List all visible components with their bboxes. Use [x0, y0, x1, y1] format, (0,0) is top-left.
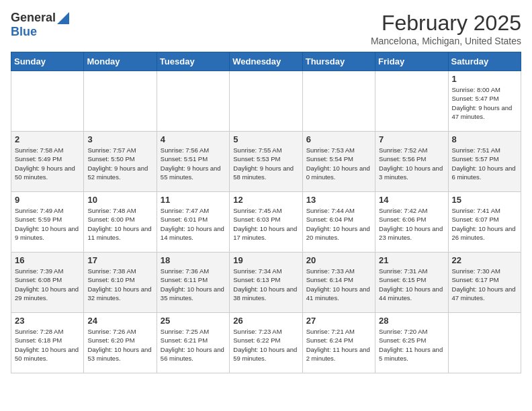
calendar-header-row: SundayMondayTuesdayWednesdayThursdayFrid…: [11, 52, 521, 71]
calendar-cell: [302, 71, 375, 132]
day-number: 19: [233, 255, 298, 265]
calendar-cell: 28Sunrise: 7:20 AMSunset: 6:25 PMDayligh…: [375, 313, 448, 373]
calendar-header-wednesday: Wednesday: [230, 52, 302, 71]
day-info: Sunrise: 7:49 AMSunset: 5:59 PMDaylight:…: [15, 206, 80, 242]
calendar-cell: 23Sunrise: 7:28 AMSunset: 6:18 PMDayligh…: [11, 313, 84, 373]
calendar-cell: 14Sunrise: 7:42 AMSunset: 6:06 PMDayligh…: [375, 192, 448, 253]
calendar-cell: 1Sunrise: 8:00 AMSunset: 5:47 PMDaylight…: [448, 71, 521, 132]
day-info: Sunrise: 7:41 AMSunset: 6:07 PMDaylight:…: [452, 206, 517, 242]
calendar-cell: 13Sunrise: 7:44 AMSunset: 6:04 PMDayligh…: [302, 192, 375, 253]
calendar-cell: [11, 71, 84, 132]
logo-blue: Blue: [11, 25, 37, 38]
month-title: February 2025: [371, 11, 521, 36]
calendar-cell: 26Sunrise: 7:23 AMSunset: 6:22 PMDayligh…: [230, 313, 302, 373]
day-info: Sunrise: 7:44 AMSunset: 6:04 PMDaylight:…: [306, 206, 371, 242]
calendar-cell: 4Sunrise: 7:56 AMSunset: 5:51 PMDaylight…: [157, 132, 229, 192]
calendar-week-row: 1Sunrise: 8:00 AMSunset: 5:47 PMDaylight…: [11, 71, 521, 132]
calendar-header-saturday: Saturday: [448, 52, 521, 71]
day-number: 28: [379, 316, 444, 326]
day-number: 18: [161, 255, 226, 265]
day-number: 5: [233, 134, 298, 144]
calendar-cell: 10Sunrise: 7:48 AMSunset: 6:00 PMDayligh…: [84, 192, 157, 253]
calendar-cell: 11Sunrise: 7:47 AMSunset: 6:01 PMDayligh…: [157, 192, 229, 253]
calendar-cell: 24Sunrise: 7:26 AMSunset: 6:20 PMDayligh…: [84, 313, 157, 373]
day-number: 24: [87, 316, 152, 326]
calendar-cell: [230, 71, 302, 132]
day-number: 8: [452, 134, 517, 144]
page-header: General Blue February 2025 Mancelona, Mi…: [11, 11, 521, 46]
day-info: Sunrise: 8:00 AMSunset: 5:47 PMDaylight:…: [452, 85, 517, 121]
calendar-cell: [84, 71, 157, 132]
day-number: 26: [233, 316, 298, 326]
day-number: 22: [452, 255, 517, 265]
day-info: Sunrise: 7:57 AMSunset: 5:50 PMDaylight:…: [87, 146, 152, 181]
calendar-cell: 20Sunrise: 7:33 AMSunset: 6:14 PMDayligh…: [302, 253, 375, 313]
day-info: Sunrise: 7:56 AMSunset: 5:51 PMDaylight:…: [161, 146, 226, 181]
calendar-header-monday: Monday: [84, 52, 157, 71]
calendar-header-thursday: Thursday: [302, 52, 375, 71]
calendar-week-row: 23Sunrise: 7:28 AMSunset: 6:18 PMDayligh…: [11, 313, 521, 373]
day-info: Sunrise: 7:58 AMSunset: 5:49 PMDaylight:…: [15, 146, 80, 181]
calendar-header-sunday: Sunday: [11, 52, 84, 71]
day-number: 27: [306, 316, 371, 326]
calendar-cell: [157, 71, 229, 132]
day-number: 23: [15, 316, 80, 326]
calendar-cell: 2Sunrise: 7:58 AMSunset: 5:49 PMDaylight…: [11, 132, 84, 192]
day-number: 4: [161, 134, 226, 144]
calendar-cell: 17Sunrise: 7:38 AMSunset: 6:10 PMDayligh…: [84, 253, 157, 313]
day-info: Sunrise: 7:28 AMSunset: 6:18 PMDaylight:…: [15, 327, 80, 363]
day-info: Sunrise: 7:47 AMSunset: 6:01 PMDaylight:…: [161, 206, 226, 242]
calendar-week-row: 16Sunrise: 7:39 AMSunset: 6:08 PMDayligh…: [11, 253, 521, 313]
day-number: 2: [15, 134, 80, 144]
day-number: 16: [15, 255, 80, 265]
calendar-week-row: 2Sunrise: 7:58 AMSunset: 5:49 PMDaylight…: [11, 132, 521, 192]
svg-marker-0: [57, 12, 69, 24]
calendar-cell: 16Sunrise: 7:39 AMSunset: 6:08 PMDayligh…: [11, 253, 84, 313]
day-number: 6: [306, 134, 371, 144]
calendar-cell: 25Sunrise: 7:25 AMSunset: 6:21 PMDayligh…: [157, 313, 229, 373]
day-number: 12: [233, 195, 298, 205]
day-number: 1: [452, 74, 517, 84]
day-number: 25: [161, 316, 226, 326]
day-number: 21: [379, 255, 444, 265]
day-number: 10: [87, 195, 152, 205]
day-number: 14: [379, 195, 444, 205]
day-info: Sunrise: 7:36 AMSunset: 6:11 PMDaylight:…: [161, 267, 226, 302]
day-info: Sunrise: 7:34 AMSunset: 6:13 PMDaylight:…: [233, 267, 298, 302]
day-info: Sunrise: 7:25 AMSunset: 6:21 PMDaylight:…: [161, 327, 226, 363]
calendar-cell: [448, 313, 521, 373]
day-info: Sunrise: 7:52 AMSunset: 5:56 PMDaylight:…: [379, 146, 444, 181]
calendar-cell: 6Sunrise: 7:53 AMSunset: 5:54 PMDaylight…: [302, 132, 375, 192]
day-number: 17: [87, 255, 152, 265]
calendar-cell: 18Sunrise: 7:36 AMSunset: 6:11 PMDayligh…: [157, 253, 229, 313]
day-info: Sunrise: 7:55 AMSunset: 5:53 PMDaylight:…: [233, 146, 298, 181]
title-block: February 2025 Mancelona, Michigan, Unite…: [371, 11, 521, 46]
calendar-week-row: 9Sunrise: 7:49 AMSunset: 5:59 PMDaylight…: [11, 192, 521, 253]
location-title: Mancelona, Michigan, United States: [371, 36, 521, 46]
day-info: Sunrise: 7:39 AMSunset: 6:08 PMDaylight:…: [15, 267, 80, 302]
calendar-header-friday: Friday: [375, 52, 448, 71]
day-info: Sunrise: 7:21 AMSunset: 6:24 PMDaylight:…: [306, 327, 371, 363]
calendar-cell: 27Sunrise: 7:21 AMSunset: 6:24 PMDayligh…: [302, 313, 375, 373]
logo-triangle-icon: [57, 12, 69, 24]
day-info: Sunrise: 7:23 AMSunset: 6:22 PMDaylight:…: [233, 327, 298, 363]
day-info: Sunrise: 7:48 AMSunset: 6:00 PMDaylight:…: [87, 206, 152, 242]
day-number: 11: [161, 195, 226, 205]
calendar-cell: 3Sunrise: 7:57 AMSunset: 5:50 PMDaylight…: [84, 132, 157, 192]
calendar-cell: 9Sunrise: 7:49 AMSunset: 5:59 PMDaylight…: [11, 192, 84, 253]
calendar-cell: 19Sunrise: 7:34 AMSunset: 6:13 PMDayligh…: [230, 253, 302, 313]
calendar-cell: 5Sunrise: 7:55 AMSunset: 5:53 PMDaylight…: [230, 132, 302, 192]
day-number: 9: [15, 195, 80, 205]
logo: General Blue: [11, 11, 69, 39]
logo-general: General: [11, 11, 56, 25]
calendar-cell: 22Sunrise: 7:30 AMSunset: 6:17 PMDayligh…: [448, 253, 521, 313]
calendar-cell: 8Sunrise: 7:51 AMSunset: 5:57 PMDaylight…: [448, 132, 521, 192]
calendar-cell: [375, 71, 448, 132]
day-info: Sunrise: 7:45 AMSunset: 6:03 PMDaylight:…: [233, 206, 298, 242]
day-info: Sunrise: 7:53 AMSunset: 5:54 PMDaylight:…: [306, 146, 371, 181]
day-info: Sunrise: 7:30 AMSunset: 6:17 PMDaylight:…: [452, 267, 517, 302]
day-number: 13: [306, 195, 371, 205]
day-info: Sunrise: 7:51 AMSunset: 5:57 PMDaylight:…: [452, 146, 517, 181]
day-info: Sunrise: 7:20 AMSunset: 6:25 PMDaylight:…: [379, 327, 444, 363]
calendar-cell: 7Sunrise: 7:52 AMSunset: 5:56 PMDaylight…: [375, 132, 448, 192]
